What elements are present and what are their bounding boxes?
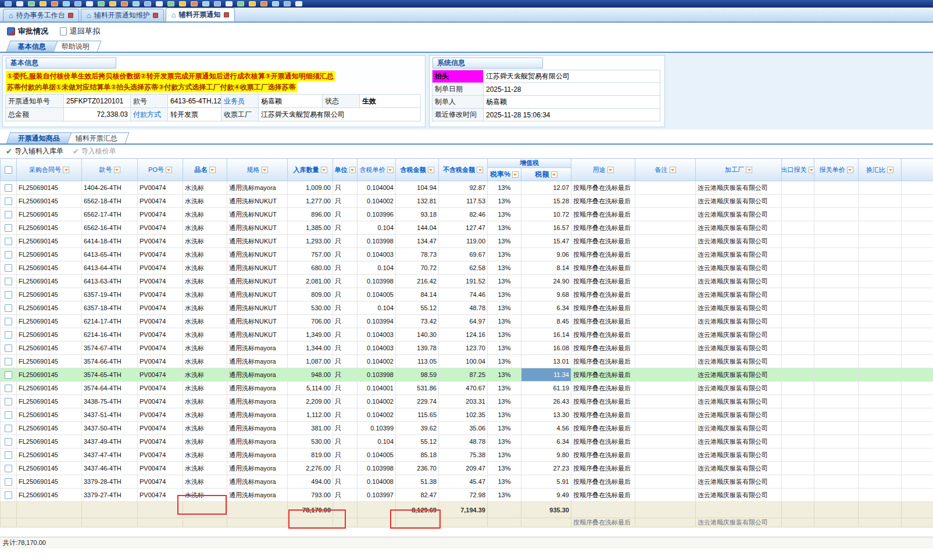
message-icon[interactable] [260,1,267,6]
col-header-spec[interactable]: 规格 [227,159,288,181]
search-icon[interactable] [109,1,116,6]
mail-icon[interactable] [249,1,256,6]
row-checkbox[interactable] [5,371,12,379]
row-checkbox[interactable] [5,465,12,472]
col-header-amount[interactable]: 含税金额 [396,159,439,181]
return-draft-button[interactable]: 退回草拟 [60,26,100,37]
row-checkbox[interactable] [5,438,12,446]
row-checkbox[interactable] [5,304,12,312]
row-checkbox[interactable] [5,344,12,352]
payment-link[interactable]: 付款方式 [130,107,168,121]
filter-icon[interactable] [512,171,519,178]
refresh-icon[interactable] [133,1,140,6]
table-row[interactable]: FL2506901456413-64-4THPV00474水洗标通用洗标NUKU… [1,261,933,275]
table-row[interactable]: FL2506901456357-18-4THPV00474水洗标通用洗标NUKU… [1,301,933,315]
table-row[interactable]: FL2506901453437-51-4THPV00474水洗标通用洗标mayo… [1,408,933,422]
row-checkbox[interactable] [5,198,12,205]
delete-icon[interactable] [51,1,58,6]
filter-icon[interactable] [387,167,394,173]
col-header-price[interactable]: 含税单价 [358,159,396,181]
filter-icon[interactable] [262,167,268,173]
col-header-qty[interactable]: 入库数量 [288,159,333,181]
edit-icon[interactable] [28,1,35,6]
row-checkbox[interactable] [5,211,12,218]
table-row[interactable]: FL2506901456562-18-4THPV00474水洗标通用洗标NUKU… [1,195,933,208]
doc-tab-workbench[interactable]: ⌂ 待办事务工作台 [3,9,79,21]
attach-icon[interactable] [191,1,198,6]
col-header-factory[interactable]: 加工厂 [696,159,782,181]
filter-icon[interactable] [63,167,69,173]
filter-icon[interactable] [349,167,356,173]
salesman-link[interactable]: 业务员 [221,94,259,108]
table-row[interactable]: FL2506901456414-18-4THPV00474水洗标通用洗标NUKU… [1,235,933,248]
col-header-exchange[interactable]: 换汇比 [859,159,902,181]
select-all-header[interactable] [1,159,17,181]
table-row[interactable]: FL2506901451404-26-4THPV00474水洗标通用洗标mayo… [1,181,933,195]
table-row[interactable]: FL2506901453574-65-4THPV00474水洗标通用洗标mayo… [1,368,933,382]
filter-icon[interactable] [887,167,893,173]
table-row[interactable]: FL2506901453574-67-4THPV00474水洗标通用洗标mayo… [1,342,933,355]
row-checkbox[interactable] [5,318,12,325]
table-row[interactable]: FL2506901456214-16-4THPV00474水洗标通用洗标NUKU… [1,328,933,342]
table-row[interactable]: FL2506901456562-17-4THPV00474水洗标通用洗标NUKU… [1,208,933,221]
filter-icon[interactable] [428,167,434,173]
col-header-unit[interactable]: 单位 [333,159,358,181]
select-all-checkbox[interactable] [5,166,12,174]
tab-basic-info[interactable]: 基本信息 [6,41,58,52]
col-header-extra[interactable] [902,159,933,181]
export-icon[interactable] [226,1,233,6]
import-pricing-button[interactable]: ✔ 导入核价单 [73,146,116,156]
filter-icon[interactable] [607,167,614,173]
table-row[interactable]: FL2506901453438-75-4THPV00474水洗标通用洗标mayo… [1,395,933,408]
table-row[interactable]: FL2506901456357-19-4THPV00474水洗标通用洗标NUKU… [1,288,933,301]
preview-icon[interactable] [98,1,105,6]
table-row[interactable]: FL2506901456562-16-4THPV00474水洗标通用洗标NUKU… [1,221,933,235]
close-icon[interactable] [153,13,158,18]
approval-status-button[interactable]: 审批情况 [7,26,48,37]
row-checkbox[interactable] [5,291,12,299]
doc-tab-notice-maintain[interactable]: ⌂ 辅料开票通知维护 [81,9,164,21]
close-icon[interactable] [224,12,229,17]
row-checkbox[interactable] [5,398,12,405]
table-row[interactable]: FL2506901453437-46-4THPV00474水洗标通用洗标mayo… [1,462,933,475]
print-icon[interactable] [86,1,93,6]
close-icon[interactable] [68,13,73,18]
table-row[interactable]: FL2506901453437-47-4THPV00474水洗标通用洗标mayo… [1,448,933,462]
row-checkbox[interactable] [5,224,12,232]
paste-icon[interactable] [74,1,81,6]
home-icon[interactable] [5,1,12,6]
filter-icon[interactable] [746,167,752,173]
next-icon[interactable] [167,1,174,6]
save-icon[interactable] [40,1,47,6]
table-row[interactable]: FL2506901453379-27-4THPV00474水洗标通用洗标mayo… [1,489,933,502]
filter-icon[interactable] [114,167,120,173]
audit-icon[interactable] [202,1,209,6]
col-header-export[interactable]: 出口报关 [782,159,814,181]
table-row[interactable]: FL2506901453379-28-4THPV00474水洗标通用洗标mayo… [1,475,933,489]
settings-icon[interactable] [272,1,279,6]
row-checkbox[interactable] [5,264,12,272]
filter-icon[interactable] [209,167,216,173]
table-row[interactable]: FL2506901456413-63-4THPV00474水洗标通用洗标NUKU… [1,275,933,288]
col-header-name[interactable]: 品名 [183,159,227,181]
row-checkbox[interactable] [5,358,12,365]
filter-icon[interactable] [551,171,557,178]
row-checkbox[interactable] [5,425,12,432]
col-header-rate[interactable]: 税率% [488,168,521,181]
row-checkbox[interactable] [5,451,12,459]
filter-icon[interactable] [809,167,814,173]
row-checkbox[interactable] [5,238,12,245]
filter-icon[interactable] [166,167,172,173]
help-icon[interactable] [295,1,302,6]
lock-icon[interactable] [284,1,291,6]
filter-icon[interactable] [847,167,853,173]
col-header-remark[interactable]: 备注 [635,159,696,181]
filter-icon[interactable] [321,167,327,173]
col-header-purpose[interactable]: 用途 [571,159,635,181]
row-checkbox[interactable] [5,491,12,499]
import-inbound-button[interactable]: ✔ 导入辅料入库单 [6,146,63,156]
tab-notice-goods[interactable]: 开票通知商品 [6,132,72,143]
copy-icon[interactable] [63,1,70,6]
prev-icon[interactable] [156,1,163,6]
doc-tab-notice[interactable]: ⌂ 辅料开票通知 [166,8,235,21]
